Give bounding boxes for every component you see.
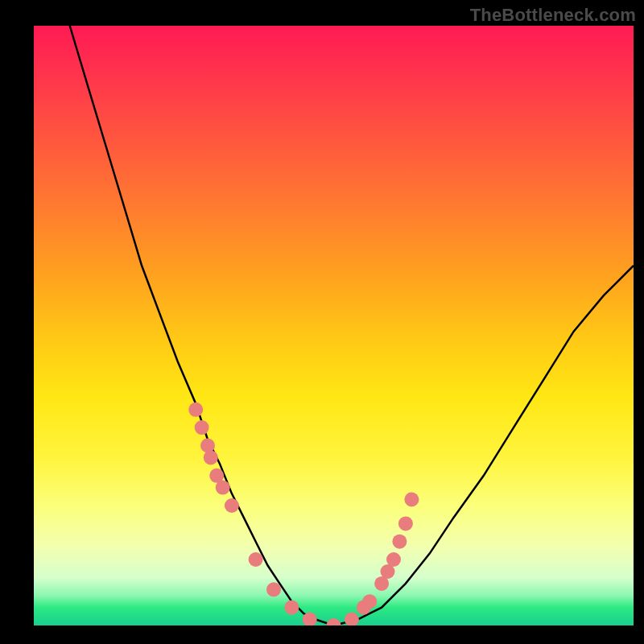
marker-dot — [362, 594, 377, 609]
marker-dot — [249, 552, 263, 567]
marker-dot — [392, 535, 407, 549]
bottleneck-curve-path — [70, 26, 634, 625]
marker-dot — [404, 493, 419, 507]
marker-dot — [204, 450, 218, 464]
marker-dot — [284, 601, 299, 615]
marker-dot — [345, 613, 359, 626]
marker-dot — [327, 618, 341, 625]
curve-svg — [34, 26, 634, 625]
plot-area — [34, 26, 634, 625]
marker-dot — [266, 582, 281, 597]
marker-dot — [216, 481, 230, 495]
marker-dot — [225, 498, 239, 513]
watermark-text: TheBottleneck.com — [470, 5, 636, 26]
marker-dot — [398, 516, 413, 530]
marker-dots-group — [188, 402, 419, 625]
chart-container: TheBottleneck.com — [0, 0, 644, 644]
marker-dot — [195, 420, 209, 435]
marker-dot — [386, 552, 401, 567]
marker-dot — [188, 402, 203, 417]
